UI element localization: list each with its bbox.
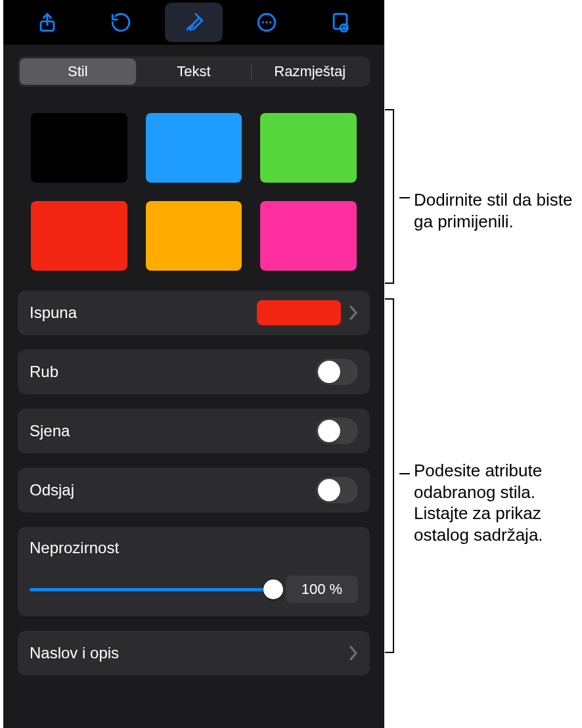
opacity-row: Neprozirnost 100 % bbox=[18, 527, 370, 616]
fill-color-preview bbox=[257, 300, 341, 325]
undo-icon[interactable] bbox=[92, 3, 150, 42]
border-row[interactable]: Rub bbox=[18, 350, 370, 394]
more-icon[interactable] bbox=[238, 3, 296, 42]
callout-tick bbox=[399, 473, 410, 474]
style-swatch-blue[interactable] bbox=[146, 113, 242, 183]
border-label: Rub bbox=[30, 363, 316, 381]
reflection-row[interactable]: Odsjaj bbox=[18, 468, 370, 512]
opacity-value[interactable]: 100 % bbox=[286, 576, 358, 603]
reflection-label: Odsjaj bbox=[30, 481, 316, 499]
fill-label: Ispuna bbox=[30, 304, 257, 322]
style-segmented-control: Stil Tekst Razmještaj bbox=[18, 57, 370, 87]
callout-attributes: Podesite atribute odabranog stila. Lista… bbox=[414, 460, 578, 545]
chevron-right-icon bbox=[349, 305, 358, 321]
callout-tick bbox=[399, 197, 410, 198]
tab-arrange-label: Razmještaj bbox=[274, 63, 346, 80]
svg-point-4 bbox=[269, 21, 271, 23]
style-swatches bbox=[3, 87, 384, 290]
fill-row[interactable]: Ispuna bbox=[18, 290, 370, 335]
title-description-label: Naslov i opis bbox=[30, 644, 349, 662]
callout-bracket bbox=[393, 109, 394, 284]
style-swatch-red[interactable] bbox=[31, 201, 127, 271]
format-brush-icon[interactable] bbox=[165, 3, 223, 42]
callout-styles: Dodirnite stil da biste ga primijenili. bbox=[414, 189, 578, 232]
shadow-row[interactable]: Sjena bbox=[18, 409, 370, 453]
share-icon[interactable] bbox=[18, 3, 76, 42]
chevron-right-icon bbox=[349, 645, 358, 661]
callout-bracket bbox=[393, 298, 394, 653]
svg-point-2 bbox=[262, 21, 264, 23]
style-panel: Stil Tekst Razmještaj Ispun bbox=[3, 0, 384, 728]
shadow-switch[interactable] bbox=[316, 418, 358, 444]
document-settings-icon[interactable] bbox=[311, 3, 369, 42]
tab-style-label: Stil bbox=[68, 63, 88, 80]
tab-text-label: Tekst bbox=[177, 63, 210, 80]
title-description-row[interactable]: Naslov i opis bbox=[18, 631, 370, 675]
shadow-label: Sjena bbox=[30, 422, 316, 440]
reflection-switch[interactable] bbox=[316, 477, 358, 503]
attribute-rows: Ispuna Rub Sjena Odsjaj Neprozirnost bbox=[3, 290, 384, 675]
style-swatch-orange[interactable] bbox=[146, 201, 242, 271]
opacity-label: Neprozirnost bbox=[30, 539, 358, 557]
toolbar bbox=[3, 0, 384, 45]
svg-point-3 bbox=[266, 21, 268, 23]
tab-style[interactable]: Stil bbox=[20, 58, 136, 85]
style-swatch-pink[interactable] bbox=[260, 201, 357, 271]
style-swatch-black[interactable] bbox=[31, 113, 127, 183]
tab-text[interactable]: Tekst bbox=[136, 58, 252, 85]
opacity-slider[interactable] bbox=[30, 580, 274, 599]
border-switch[interactable] bbox=[316, 359, 358, 385]
style-swatch-green[interactable] bbox=[260, 113, 357, 183]
tab-arrange[interactable]: Razmještaj bbox=[252, 58, 368, 85]
